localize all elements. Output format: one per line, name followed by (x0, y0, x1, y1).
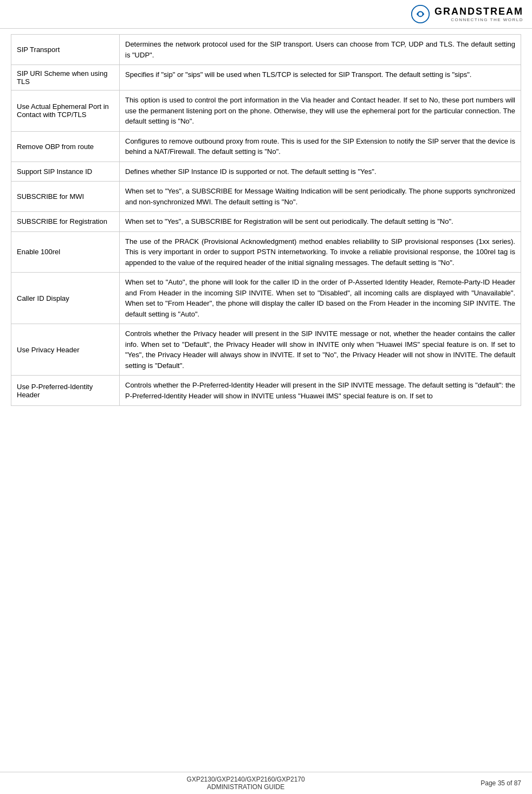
row-label-1: SIP URI Scheme when using TLS (11, 65, 120, 91)
logo-brand: GRANDSTREAM (434, 6, 523, 17)
main-content: SIP TransportDetermines the network prot… (0, 29, 532, 772)
row-desc-6: When set to "Yes", a SUBSCRIBE for Regis… (120, 212, 521, 232)
table-row: Use Actual Ephemeral Port in Contact wit… (11, 91, 521, 132)
footer-center: GXP2130/GXP2140/GXP2160/GXP2170 ADMINIST… (11, 776, 481, 791)
logo-tagline: CONNECTING THE WORLD (451, 17, 523, 22)
row-label-3: Remove OBP from route (11, 131, 120, 162)
row-desc-8: When set to "Auto", the phone will look … (120, 273, 521, 324)
row-desc-9: Controls whether the Privacy header will… (120, 324, 521, 376)
svg-point-1 (418, 12, 422, 16)
row-label-8: Caller ID Display (11, 273, 120, 324)
row-label-2: Use Actual Ephemeral Port in Contact wit… (11, 91, 120, 132)
footer-line2: ADMINISTRATION GUIDE (11, 783, 481, 791)
table-row: Enable 100relThe use of the PRACK (Provi… (11, 231, 521, 273)
table-row: Use Privacy HeaderControls whether the P… (11, 324, 521, 376)
table-row: Remove OBP from routeConfigures to remov… (11, 131, 521, 162)
logo-area: GRANDSTREAM CONNECTING THE WORLD (434, 6, 523, 22)
row-label-0: SIP Transport (11, 35, 120, 65)
page-header: GRANDSTREAM CONNECTING THE WORLD (0, 0, 532, 29)
row-label-7: Enable 100rel (11, 231, 120, 273)
table-row: SIP URI Scheme when using TLSSpecifies i… (11, 65, 521, 91)
row-label-4: Support SIP Instance ID (11, 162, 120, 182)
row-desc-0: Determines the network protocol used for… (120, 35, 521, 65)
row-desc-10: Controls whether the P-Preferred-Identit… (120, 376, 521, 406)
row-label-9: Use Privacy Header (11, 324, 120, 376)
row-desc-4: Defines whether SIP Instance ID is suppo… (120, 162, 521, 182)
page-wrapper: GRANDSTREAM CONNECTING THE WORLD SIP Tra… (0, 0, 532, 794)
row-desc-2: This option is used to control the port … (120, 91, 521, 132)
table-row: Caller ID DisplayWhen set to "Auto", the… (11, 273, 521, 324)
row-desc-7: The use of the PRACK (Provisional Acknow… (120, 231, 521, 273)
table-row: SIP TransportDetermines the network prot… (11, 35, 521, 65)
footer-page: Page 35 of 87 (481, 779, 521, 787)
footer-line1: GXP2130/GXP2140/GXP2160/GXP2170 (11, 776, 481, 783)
settings-table: SIP TransportDetermines the network prot… (11, 34, 521, 406)
row-desc-3: Configures to remove outbound proxy from… (120, 131, 521, 162)
table-row: Use P-Preferred-Identity HeaderControls … (11, 376, 521, 406)
page-footer: GXP2130/GXP2140/GXP2160/GXP2170 ADMINIST… (0, 772, 532, 794)
row-label-5: SUBSCRIBE for MWI (11, 182, 120, 212)
row-desc-1: Specifies if "sip" or "sips" will be use… (120, 65, 521, 91)
row-label-6: SUBSCRIBE for Registration (11, 212, 120, 232)
table-row: Support SIP Instance IDDefines whether S… (11, 162, 521, 182)
row-desc-5: When set to "Yes", a SUBSCRIBE for Messa… (120, 182, 521, 212)
row-label-10: Use P-Preferred-Identity Header (11, 376, 120, 406)
grandstream-logo-icon (411, 4, 430, 24)
table-row: SUBSCRIBE for RegistrationWhen set to "Y… (11, 212, 521, 232)
logo-row: GRANDSTREAM CONNECTING THE WORLD (411, 4, 523, 24)
table-row: SUBSCRIBE for MWIWhen set to "Yes", a SU… (11, 182, 521, 212)
